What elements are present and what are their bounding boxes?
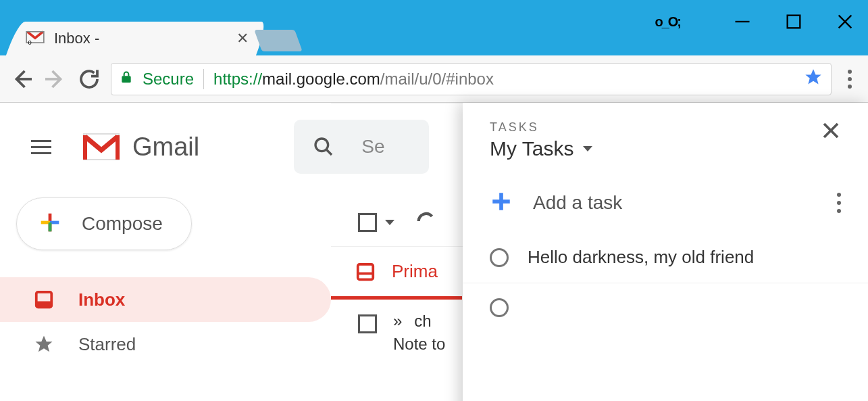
plus-icon [490,190,513,216]
svg-rect-19 [36,302,52,308]
back-button[interactable] [9,67,34,91]
star-icon [34,334,54,354]
checkbox-icon[interactable] [358,314,377,333]
bookmark-star-icon[interactable] [804,68,823,91]
gmail-logo[interactable]: Gmail [82,133,199,162]
mail-sender: ch [414,312,431,331]
search-icon [313,136,334,158]
search-box[interactable]: Se [294,120,429,174]
tasks-more-button[interactable] [837,193,841,213]
add-task-label: Add a task [533,192,622,214]
task-checkbox-icon[interactable] [490,298,509,317]
add-task-button[interactable]: Add a task [490,190,622,216]
svg-line-13 [326,149,332,155]
inbox-icon [34,289,54,310]
search-placeholder: Se [361,136,384,158]
window-titlebar: o_O; 0 Inbox - ✕ [0,0,868,55]
browser-tabs: 0 Inbox - ✕ [12,22,299,55]
caret-down-icon [385,220,394,225]
reload-button[interactable] [77,67,101,91]
tab-close-icon[interactable]: ✕ [236,30,249,47]
forward-button[interactable] [43,67,68,91]
minimize-button[interactable] [733,12,752,31]
task-checkbox-icon[interactable] [490,248,509,267]
browser-menu-button[interactable] [841,70,859,89]
new-tab-button[interactable] [254,30,303,51]
inbox-icon [355,262,376,282]
task-item[interactable]: Hello darkness, my old friend [463,232,868,283]
caret-down-icon [583,146,592,151]
svg-rect-8 [122,76,130,82]
tasks-list-selector[interactable]: My Tasks [490,137,592,160]
nav-list: Inbox Starred [0,277,331,367]
tab-title: Inbox - [54,30,227,47]
gmail-favicon-icon: 0 [26,28,45,49]
svg-rect-20 [358,264,374,279]
refresh-button[interactable] [415,210,438,235]
tasks-list-name: My Tasks [490,137,573,160]
browser-toolbar: Secure https://mail.google.com/mail/u/0/… [0,55,868,103]
compose-label: Compose [82,213,163,235]
mail-snippet: Note to [393,335,445,354]
svg-rect-1 [788,16,800,28]
tab-primary[interactable]: Prima [331,247,462,300]
address-bar[interactable]: Secure https://mail.google.com/mail/u/0/… [111,63,832,95]
lock-icon [120,69,133,89]
secure-label: Secure [143,70,194,89]
select-all-control[interactable] [358,213,394,232]
window-emoji: o_O; [655,14,680,30]
tasks-eyebrow: TASKS [490,120,592,135]
svg-point-12 [315,139,328,151]
task-title: Hello darkness, my old friend [528,247,754,268]
browser-tab-active[interactable]: 0 Inbox - ✕ [6,22,268,55]
main-menu-button[interactable] [31,140,51,154]
tab-primary-label: Prima [392,261,438,282]
task-item[interactable] [463,283,868,332]
tasks-add-row: Add a task [463,174,868,232]
plus-icon [37,210,63,238]
mail-text: » ch Note to [393,312,445,354]
gmail-logo-icon [82,133,120,161]
gmail-brand-text: Gmail [132,133,199,162]
content-area: Gmail Se Compose Inbox Starred [0,103,868,401]
compose-button[interactable]: Compose [16,197,192,250]
nav-starred[interactable]: Starred [0,322,331,367]
window-controls: o_O; [655,12,854,31]
nav-inbox[interactable]: Inbox [0,277,331,322]
tasks-panel: TASKS My Tasks Add a task Hello darkness… [463,103,868,401]
nav-starred-label: Starred [78,334,136,355]
tasks-header: TASKS My Tasks [463,103,868,174]
nav-inbox-label: Inbox [78,289,125,310]
tasks-close-button[interactable] [821,120,841,143]
svg-text:0: 0 [28,39,32,46]
window-close-button[interactable] [836,12,854,31]
url-text: https://mail.google.com/mail/u/0/#inbox [213,70,494,89]
checkbox-icon [358,213,377,232]
maximize-button[interactable] [784,12,803,31]
important-marker: » [393,312,402,331]
omnibox-separator [203,69,204,89]
